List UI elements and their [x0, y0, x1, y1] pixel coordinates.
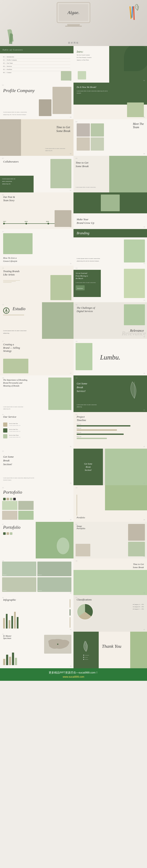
- importance-plant: [48, 377, 71, 410]
- tb1-person: [0, 119, 21, 156]
- slide-label-tb3: 30: [76, 560, 77, 562]
- slide-story: 09 Our Past &Team Story 2017 2018 2019 2…: [0, 192, 74, 229]
- slide-challenges: 16 The Challenges ofDigital Services Rel…: [74, 302, 147, 339]
- monitor-stand: [67, 24, 80, 26]
- slide-row-9: 17 Creating aBrand — SellingStrategy 17 …: [0, 339, 147, 375]
- slide-row-13: 25 Portofolio 25 26 Portfolio 26: [0, 485, 147, 522]
- svg-point-0: [57, 644, 58, 645]
- gsb-title: Get SomeBreakService!: [77, 382, 87, 393]
- ip-img3: [76, 544, 90, 556]
- learned-plant: [124, 269, 145, 298]
- brand-body: Lorem ipsum dolor sit amet consectetur a…: [77, 257, 104, 262]
- gsb3-plant: [105, 448, 147, 485]
- footer-line1: 更多精品PPT资源尽在—sucai999.com！: [49, 671, 98, 675]
- porto2-plant: [105, 485, 147, 510]
- slide-num-gsb3: 24: [143, 482, 145, 484]
- gl-plant: [3, 233, 32, 254]
- tb3-plant: [74, 570, 147, 595]
- slide-importance: 19 The Importance of Branding,Brand Pers…: [0, 375, 74, 412]
- slide-thankyou: 34 Instagram Twitter: [74, 632, 147, 668]
- slide-gsb3: 24 Get SomeBreakSection! 24: [74, 448, 147, 485]
- slide-gsb2: 23 Get SomeBreakSection! Lorem ipsum dol…: [0, 448, 74, 485]
- slide-num-porto1: 25: [70, 519, 71, 521]
- footer-line2: www.sucai999.com: [63, 675, 84, 678]
- team-title: Meet TheTeam: [133, 122, 144, 129]
- slide-imgrid: 29 Plant 01 Plant 02 Plant 03 Plant 04 2…: [0, 558, 74, 595]
- slide-learned: 14 1st we LearnedFrom Moving tothe Beach…: [74, 266, 147, 302]
- slide-toc: 01 Table of Contents 01 — Introduction 0…: [0, 46, 74, 83]
- slide-intro: Intro: We Are Good ContentFor Your Brand…: [74, 46, 147, 83]
- tb2-plant: [109, 156, 147, 192]
- slide-timebreak1: 05 Time to GetSome Break Lorem ipsum dol…: [0, 119, 74, 156]
- slide-num-collab: 07: [70, 189, 71, 191]
- slide-num-gl: 11: [70, 263, 71, 265]
- story-img: [55, 210, 71, 227]
- slide-num-gsb: 20: [143, 409, 145, 411]
- slide-num-strategy: 17: [70, 373, 71, 374]
- slide-imgporto: 28 ImagePortofolio 28: [74, 522, 147, 558]
- slide-row-14: 27 Portofolio 27 28 ImagePortofolio 28: [0, 522, 147, 558]
- slide-label-team: 06: [76, 121, 77, 123]
- slide-num-tl: 22: [143, 446, 145, 447]
- monitor-deco: Algae.: [57, 2, 90, 23]
- slide-strategy: 17 Creating aBrand — SellingStrategy 17: [0, 339, 74, 375]
- slide-label-collab: 07: [2, 157, 4, 159]
- slide-timebreak3: 30 Time to GetSome Break 30: [74, 558, 147, 595]
- learned-green: 1st we LearnedFrom Moving tothe Beach Lo…: [74, 270, 101, 297]
- strategy-img: [3, 359, 28, 373]
- ty-text: Thank You: [102, 644, 121, 649]
- slide-greenlife: 11 How To Live aGreen Lifestyle 11: [0, 229, 74, 266]
- slide-infographic: 31 Infographic 31: [0, 595, 74, 632]
- challenges-plant: [124, 304, 145, 325]
- slide-num-master: 33: [70, 665, 71, 667]
- slide-row-12: 23 Get SomeBreakSection! Lorem ipsum dol…: [0, 448, 147, 485]
- slide-timebreak2: 08 Time to GetSome Break Lorem ipsum dol…: [74, 156, 147, 192]
- ip-img1: [128, 524, 145, 541]
- slide-num-info: 31: [70, 629, 71, 630]
- slide-num-os: 21: [70, 446, 71, 447]
- slide-getsomebreak: 20 Get SomeBreakService! Lorem ipsum dol…: [74, 375, 147, 412]
- slide-row-6: 11 How To Live aGreen Lifestyle 11 12 Br…: [0, 229, 147, 266]
- slide-timeline: 22 ProjectTimeline Phase 01 Phase 02 Pha…: [74, 412, 147, 448]
- slide-row-16: 31 Infographic 31 32 Classifications ● C…: [0, 595, 147, 632]
- slide-num-lumbu: 18: [143, 373, 145, 374]
- master-title: Ei MasterSpecimen: [3, 635, 11, 640]
- slide-label-strategy: 17: [2, 341, 4, 342]
- slide-num-profile: 03: [70, 116, 71, 118]
- slide-row-8: 15 Estudio Lorem ipsum dolor sit amet co…: [0, 302, 147, 339]
- estudio-line: [3, 315, 24, 315]
- slide-label-estudio: 15: [2, 304, 4, 306]
- doit-body: Lorem ipsum dolor sit amet consectetur a…: [77, 90, 108, 94]
- slide-treating: 13 Treating BrandsLike Artists 13: [0, 266, 74, 302]
- porto1-title: Portofolio: [3, 489, 22, 495]
- porto3-leaf-deco: [57, 537, 69, 554]
- porto2-title: Portfolio: [77, 516, 85, 519]
- brandgrow-plant: [101, 194, 120, 211]
- hero-section: Algae. 素材网格: [0, 0, 147, 46]
- porto1-swatches: [3, 498, 16, 500]
- estudio-body: Lorem ipsum dolor sit amet consectetur a…: [3, 330, 30, 335]
- slide-num-brand: 12: [143, 263, 145, 265]
- master-barchart: [3, 653, 17, 665]
- slide-lumbu: 18 Lumbu. 18: [74, 339, 147, 375]
- slide-label-porto1: 25: [2, 487, 4, 489]
- slide-num-porto2: 26: [143, 519, 145, 521]
- slide-estudio: 15 Estudio Lorem ipsum dolor sit amet co…: [0, 302, 74, 339]
- slide-num-intro: 02: [143, 80, 145, 81]
- learned-btn[interactable]: Read More: [76, 285, 84, 290]
- slide-do-it: 04 Do It Now We Break! Lorem ipsum dolor…: [74, 83, 147, 119]
- slide-num-treating: 13: [70, 299, 71, 301]
- ty-plant: [130, 632, 147, 668]
- slide-row-7: 13 Treating BrandsLike Artists 13 14 1st…: [0, 266, 147, 302]
- slide-row-5: 09 Our Past &Team Story 2017 2018 2019 2…: [0, 192, 147, 229]
- importance-title: The Importance of Branding,Brand Persona…: [3, 379, 28, 388]
- challenges-title: The Challenges ofDigital Services: [77, 306, 95, 313]
- monitor-base: [65, 26, 82, 27]
- tb2-body: Lorem ipsum dolor sit amet consectetur.: [76, 186, 101, 188]
- porto3-swatches: [3, 532, 13, 535]
- intro-green-bg: [109, 46, 147, 83]
- collab-plant: [50, 159, 71, 188]
- hero-subtitle: 素材网格: [68, 41, 79, 44]
- slide-label-learned: 14: [76, 267, 77, 269]
- team-photo-4: [91, 137, 104, 151]
